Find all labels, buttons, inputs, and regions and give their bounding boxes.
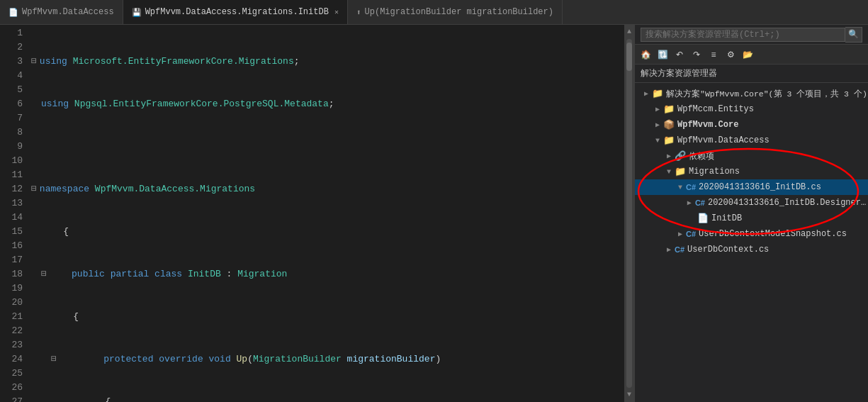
- search-icon: 🔍: [848, 29, 859, 40]
- tree-item-solution[interactable]: ▶ 📁 解决方案"WpfMvvm.Core"(第 3 个项目，共 3 个): [635, 86, 868, 101]
- solution-search-bar: 🔍: [635, 25, 868, 45]
- up-icon: ⬆: [356, 8, 361, 17]
- solution-explorer-panel: 🔍 🏠 🔃 ↶ ↷ ≡ ⚙ 📂 解决方案资源管理器 ▶ 📁 解决方案"WpfMv…: [634, 25, 868, 402]
- tree-item-snapshot[interactable]: ▶ C# UserDbContextModelSnapshot.cs: [635, 226, 868, 242]
- toolbar-refresh-btn[interactable]: 🔃: [655, 47, 670, 62]
- tree-item-initdb-cs[interactable]: ▼ C# 20200413133616_InitDB.cs: [635, 179, 868, 195]
- line-numbers: 12345 678910 1112131415 1617181920 21222…: [0, 25, 28, 402]
- toolbar-redo-btn[interactable]: ↷: [689, 47, 704, 62]
- csharp-file-icon: C#: [686, 230, 696, 238]
- scroll-down-arrow[interactable]: ▼: [624, 389, 634, 401]
- dependencies-icon: 🔗: [675, 150, 686, 162]
- code-editor[interactable]: ⊟using Microsoft.EntityFrameworkCore.Mig…: [28, 25, 624, 402]
- tree-item-migrations[interactable]: ▼ 📁 Migrations: [635, 164, 868, 179]
- toolbar-undo-btn[interactable]: ↶: [672, 47, 687, 62]
- tab-up-migration[interactable]: ⬆ Up(MigrationBuilder migrationBuilder): [348, 0, 563, 24]
- toolbar-open-btn[interactable]: 📂: [740, 47, 755, 62]
- tab-initdb[interactable]: 💾 WpfMvvm.DataAccess.Migrations.InitDB ✕: [123, 0, 348, 24]
- tree-item-initdb-file[interactable]: 📄 InitDB: [635, 211, 868, 226]
- chevron-down-icon: ▼: [675, 184, 686, 191]
- tree-item-initdb-designer[interactable]: ▶ C# 20200413133616_InitDB.Designer.cs: [635, 195, 868, 211]
- tree-item-dbcontext[interactable]: ▶ C# UserDbContext.cs: [635, 242, 868, 257]
- tree-item-wpfmvvm-core[interactable]: ▶ 📦 WpfMvvm.Core: [635, 117, 868, 133]
- file-icon: 📄: [9, 8, 18, 17]
- chevron-down-icon: ▶: [641, 89, 652, 98]
- toolbar-home-btn[interactable]: 🏠: [638, 47, 653, 62]
- toolbar-properties-btn[interactable]: ⚙: [723, 47, 738, 62]
- csharp-file-icon: C#: [675, 245, 684, 254]
- chevron-down-icon: ▼: [663, 168, 675, 176]
- migrations-folder-icon: 📁: [675, 166, 686, 177]
- scroll-track: [626, 39, 632, 388]
- csharp-file-icon: C#: [695, 199, 705, 207]
- tree-item-wpfmccm[interactable]: ▶ 📁 WpfMccm.Entitys: [635, 101, 868, 117]
- tab-bar: 📄 WpfMvvm.DataAccess 💾 WpfMvvm.DataAcces…: [0, 0, 868, 25]
- solution-search-input[interactable]: [641, 28, 845, 42]
- scroll-thumb[interactable]: [626, 43, 632, 71]
- chevron-right-icon: ▶: [652, 121, 663, 129]
- solution-toolbar: 🏠 🔃 ↶ ↷ ≡ ⚙ 📂: [635, 45, 868, 65]
- tab-close-icon[interactable]: ✕: [334, 8, 339, 16]
- tab-wpfmvvm-da[interactable]: 📄 WpfMvvm.DataAccess: [0, 0, 123, 24]
- toolbar-filter-btn[interactable]: ≡: [706, 47, 721, 62]
- tree-item-wpfmvvm-da[interactable]: ▼ 📁 WpfMvvm.DataAccess: [635, 133, 868, 148]
- scroll-up-arrow[interactable]: ▲: [624, 26, 634, 38]
- solution-title-bar: 解决方案资源管理器: [635, 65, 868, 83]
- vertical-scrollbar[interactable]: ▲ ▼: [624, 25, 634, 402]
- search-icon-button[interactable]: 🔍: [845, 27, 862, 43]
- chevron-right-icon: ▶: [652, 105, 663, 113]
- solution-icon: 📁: [652, 88, 663, 99]
- folder-icon: 📁: [663, 104, 675, 115]
- chevron-right-icon: ▶: [675, 230, 686, 238]
- solution-explorer-label: 解决方案资源管理器: [641, 67, 717, 79]
- chevron-down-icon: ▼: [652, 137, 663, 145]
- migrations-label: Migrations: [689, 167, 740, 177]
- chevron-right-icon: ▶: [684, 199, 695, 207]
- chevron-right-icon: ▶: [663, 245, 675, 254]
- main-area: 12345 678910 1112131415 1617181920 21222…: [0, 25, 868, 402]
- solution-tree: ▶ 📁 解决方案"WpfMvvm.Core"(第 3 个项目，共 3 个) ▶ …: [635, 83, 868, 402]
- chevron-right-icon: ▶: [663, 152, 675, 160]
- da-folder-icon: 📁: [663, 135, 675, 146]
- tree-item-dependencies[interactable]: ▶ 🔗 依赖项: [635, 148, 868, 164]
- project-icon: 📦: [663, 119, 675, 130]
- initdb-icon: 📄: [697, 213, 709, 224]
- editor-area: 12345 678910 1112131415 1617181920 21222…: [0, 25, 634, 402]
- csharp-file-icon: C#: [686, 183, 696, 191]
- save-icon: 💾: [132, 8, 142, 17]
